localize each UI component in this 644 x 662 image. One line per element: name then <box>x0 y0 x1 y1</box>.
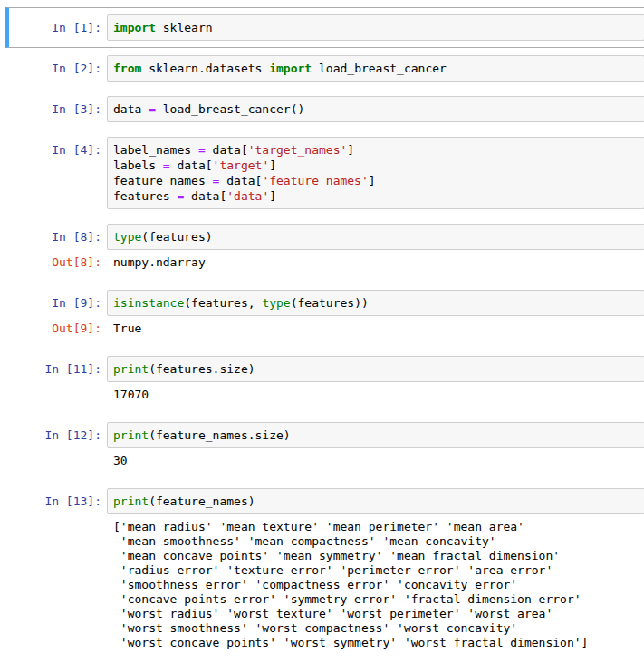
output-line: 'smoothness error' 'compactness error' '… <box>113 578 644 592</box>
cell-input-row: In [13]:print(feature_names) <box>9 488 644 514</box>
code-input[interactable]: isinstance(features, type(features)) <box>107 290 644 316</box>
output-prompt <box>9 519 107 520</box>
output-text: 30 <box>107 453 644 468</box>
code-token: labels <box>113 158 163 172</box>
code-input[interactable]: print(feature_names) <box>107 488 644 514</box>
notebook: In [1]:import sklearnIn [2]:from sklearn… <box>0 0 644 662</box>
code-token: label_names <box>113 143 198 157</box>
code-token: data[ <box>206 143 248 157</box>
code-token: (features)) <box>291 296 369 310</box>
code-token: type <box>113 230 141 244</box>
output-text: 17070 <box>107 387 644 402</box>
code-line: feature_names = data['feature_names'] <box>113 173 639 188</box>
code-input[interactable]: data = load_breast_cancer() <box>107 96 644 122</box>
code-line: data = load_breast_cancer() <box>113 101 639 117</box>
code-token: ] <box>269 189 276 203</box>
code-token: isinstance <box>113 296 184 310</box>
input-prompt: In [3]: <box>9 96 107 117</box>
code-token: (features.size) <box>149 362 255 376</box>
cell-input-row: In [9]:isinstance(features, type(feature… <box>9 290 644 316</box>
code-line: import sklearn <box>113 20 639 35</box>
output-line: True <box>113 321 644 336</box>
output-area: 17070 <box>9 387 644 402</box>
code-token: type <box>262 296 290 310</box>
notebook-cell[interactable]: In [8]:type(features)Out[8]:numpy.ndarra… <box>5 216 644 283</box>
code-input[interactable]: label_names = data['target_names']labels… <box>107 137 644 209</box>
input-prompt: In [11]: <box>9 356 107 377</box>
code-token: sklearn <box>156 21 213 34</box>
output-text: ['mean radius' 'mean texture' 'mean peri… <box>107 519 644 650</box>
code-token: 'target' <box>213 158 270 172</box>
notebook-cell[interactable]: In [3]:data = load_breast_cancer() <box>5 89 644 130</box>
input-prompt: In [4]: <box>9 137 107 158</box>
output-line: 'worst smoothness' 'worst compactness' '… <box>113 621 644 636</box>
cell-input-row: In [3]:data = load_breast_cancer() <box>9 96 644 122</box>
output-line: 'radius error' 'texture error' 'perimete… <box>113 563 644 578</box>
output-line: 'worst concave points' 'worst symmetry' … <box>113 636 644 650</box>
code-line: isinstance(features, type(features)) <box>113 295 639 311</box>
code-token: (features, <box>184 296 262 310</box>
input-prompt: In [8]: <box>9 224 107 245</box>
output-area: 30 <box>9 453 644 468</box>
output-prompt <box>9 387 107 388</box>
code-line: print(features.size) <box>113 361 639 377</box>
input-prompt: In [13]: <box>9 488 107 509</box>
code-token: import <box>269 62 312 75</box>
output-line: 30 <box>113 454 644 468</box>
code-token: = <box>163 158 170 172</box>
code-token: = <box>149 102 156 116</box>
code-token: data[ <box>170 158 213 172</box>
code-line: label_names = data['target_names'] <box>113 142 639 158</box>
output-text: numpy.ndarray <box>107 254 644 270</box>
code-token: 'feature_names' <box>262 174 368 187</box>
output-line: 'worst radius' 'worst texture' 'worst pe… <box>113 607 644 621</box>
output-line: numpy.ndarray <box>113 255 644 270</box>
code-token: feature_names <box>113 174 213 187</box>
notebook-cell[interactable]: In [4]:label_names = data['target_names'… <box>5 130 644 216</box>
code-line: from sklearn.datasets import load_breast… <box>113 61 639 76</box>
cell-input-row: In [8]:type(features) <box>9 224 644 250</box>
code-input[interactable]: import sklearn <box>107 14 644 41</box>
notebook-cell[interactable]: In [13]:print(feature_names)['mean radiu… <box>5 481 644 662</box>
cell-input-row: In [1]:import sklearn <box>9 14 644 41</box>
cell-input-row: In [12]:print(feature_names.size) <box>9 422 644 448</box>
output-prompt: Out[8]: <box>9 254 107 270</box>
code-token: ] <box>347 143 354 157</box>
output-area: ['mean radius' 'mean texture' 'mean peri… <box>9 519 644 650</box>
notebook-cell[interactable]: In [11]:print(features.size)17070 <box>5 349 644 415</box>
notebook-cell[interactable]: In [2]:from sklearn.datasets import load… <box>5 48 644 89</box>
code-token: (feature_names.size) <box>149 428 291 442</box>
output-prompt: Out[9]: <box>9 321 107 336</box>
output-area: Out[9]:True <box>9 321 644 336</box>
output-prompt <box>9 453 107 454</box>
notebook-cell[interactable]: In [12]:print(feature_names.size)30 <box>5 415 644 481</box>
code-token: (features) <box>141 230 212 244</box>
code-token: load_breast_cancer <box>312 62 447 75</box>
output-line: 'mean smoothness' 'mean compactness' 'me… <box>113 534 644 549</box>
code-line: print(feature_names) <box>113 494 639 509</box>
output-line: 17070 <box>113 388 644 402</box>
code-line: features = data['data'] <box>113 188 639 204</box>
code-token: data[ <box>219 174 262 187</box>
output-line: 'mean concave points' 'mean symmetry' 'm… <box>113 549 644 563</box>
code-token: features <box>113 189 177 203</box>
code-line: print(feature_names.size) <box>113 427 639 443</box>
code-input[interactable]: print(features.size) <box>107 356 644 382</box>
code-token: load_breast_cancer() <box>156 102 304 116</box>
output-text: True <box>107 321 644 336</box>
input-prompt: In [12]: <box>9 422 107 443</box>
output-area: Out[8]:numpy.ndarray <box>9 254 644 270</box>
code-line: type(features) <box>113 229 639 245</box>
code-token: print <box>113 362 149 376</box>
output-line: ['mean radius' 'mean texture' 'mean peri… <box>113 520 644 534</box>
notebook-cell[interactable]: In [1]:import sklearn <box>5 7 644 48</box>
cell-input-row: In [11]:print(features.size) <box>9 356 644 382</box>
code-token: ] <box>369 174 376 187</box>
code-token: data[ <box>184 189 226 203</box>
code-input[interactable]: print(feature_names.size) <box>107 422 644 448</box>
notebook-cell[interactable]: In [9]:isinstance(features, type(feature… <box>5 283 644 349</box>
code-input[interactable]: type(features) <box>107 224 644 250</box>
code-token: from <box>113 62 141 75</box>
code-token: (feature_names) <box>149 494 255 508</box>
code-input[interactable]: from sklearn.datasets import load_breast… <box>107 55 644 82</box>
